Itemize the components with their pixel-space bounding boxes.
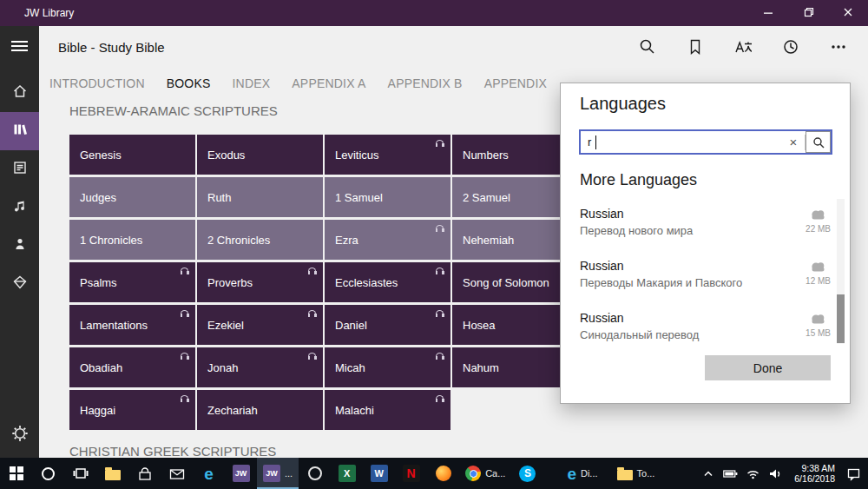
book-tile[interactable]: Micah	[325, 347, 450, 387]
settings-button[interactable]	[0, 416, 39, 454]
jw-library-icon: JW	[233, 465, 250, 482]
excel-button[interactable]: X	[331, 458, 363, 489]
book-tile[interactable]: 2 Chronicles	[197, 220, 323, 260]
language-icon[interactable]	[734, 38, 752, 56]
battery-icon[interactable]	[723, 466, 738, 481]
book-tile[interactable]: Lamentations	[69, 305, 195, 345]
hidden-icons-icon[interactable]	[700, 466, 715, 481]
tab-introduction[interactable]: INTRODUCTION	[49, 76, 145, 91]
page-title: Bible - Study Bible	[58, 40, 165, 55]
book-tile[interactable]: Jonah	[197, 347, 323, 387]
cortana-icon	[42, 467, 55, 480]
more-icon[interactable]	[830, 38, 847, 56]
sidebar-item-meetings[interactable]	[0, 227, 39, 265]
skype-button[interactable]: S	[511, 458, 543, 489]
sidebar-item-publications[interactable]	[0, 150, 39, 188]
book-name: Micah	[335, 361, 365, 374]
chrome-window-button[interactable]: Ca...	[459, 458, 511, 489]
book-tile[interactable]: Ezra	[325, 220, 450, 260]
edge-icon: e	[567, 466, 576, 482]
headphones-icon	[181, 395, 188, 401]
folder-window-button[interactable]: To...	[611, 458, 661, 489]
jw-library-button[interactable]: JW	[225, 458, 257, 489]
volume-icon[interactable]	[768, 466, 783, 481]
language-search-input[interactable]	[581, 135, 782, 149]
sidebar-item-media[interactable]	[0, 188, 39, 227]
book-name: Exodus	[207, 149, 245, 162]
edge-button[interactable]: e	[193, 458, 225, 489]
book-tile[interactable]: Haggai	[69, 390, 195, 430]
home-icon	[12, 83, 28, 102]
book-tile[interactable]: Judges	[69, 177, 195, 217]
book-name: Nehemiah	[463, 234, 514, 247]
book-name: Haggai	[80, 404, 115, 417]
download-button[interactable]: 12 MB	[806, 260, 831, 286]
book-tile[interactable]: Leviticus	[325, 135, 450, 175]
netflix-button[interactable]: N	[395, 458, 427, 489]
tab-appendix-a[interactable]: APPENDIX A	[292, 76, 365, 91]
meetings-icon	[12, 236, 28, 255]
language-list-item[interactable]: Russian Синодальный перевод 15 MB	[561, 303, 850, 355]
edge-window-button[interactable]: e Di...	[561, 458, 603, 489]
book-name: Nahum	[463, 361, 499, 374]
tab-appendix-b[interactable]: APPENDIX B	[388, 76, 463, 91]
book-tile[interactable]: Ruth	[197, 177, 323, 217]
download-button[interactable]: 15 MB	[806, 312, 831, 338]
sidebar-item-research[interactable]	[0, 265, 39, 303]
book-tile[interactable]: Ecclesiastes	[325, 262, 450, 302]
book-tile[interactable]: Genesis	[69, 135, 195, 175]
book-tile[interactable]: Zechariah	[197, 390, 323, 430]
book-name: 1 Chronicles	[80, 234, 142, 247]
file-explorer-button[interactable]	[96, 458, 128, 489]
clear-icon[interactable]: ×	[782, 131, 805, 153]
popup-scrollbar[interactable]	[837, 199, 845, 344]
book-tile[interactable]: Exodus	[197, 135, 323, 175]
taskbar-clock[interactable]: 9:38 AM 6/16/2018	[794, 463, 835, 484]
language-list-item[interactable]: Russian Перевод нового мира 22 MB	[561, 199, 850, 251]
book-tile[interactable]: 1 Chronicles	[69, 220, 195, 260]
search-icon[interactable]	[639, 38, 656, 56]
store-button[interactable]	[128, 458, 161, 489]
tab-appendix-c[interactable]: APPENDIX	[484, 76, 547, 91]
firefox-button[interactable]	[427, 458, 459, 489]
task-view-button[interactable]	[64, 458, 96, 489]
close-button[interactable]	[828, 0, 868, 26]
search-submit-button[interactable]	[806, 131, 831, 153]
sidebar-item-home[interactable]	[0, 74, 39, 112]
book-tile[interactable]: Proverbs	[197, 262, 323, 302]
sidebar-item-library[interactable]	[0, 112, 39, 150]
download-size: 15 MB	[806, 328, 831, 338]
headphones-icon	[436, 353, 444, 359]
media-icon	[12, 198, 28, 217]
book-tile[interactable]: Daniel	[325, 305, 450, 345]
language-list-item[interactable]: Russian Переводы Макария и Павского 12 M…	[561, 251, 850, 303]
download-button[interactable]: 22 MB	[806, 208, 831, 234]
minimize-button[interactable]	[748, 0, 788, 26]
tab-index[interactable]: INDEX	[233, 76, 271, 91]
language-edition: Синодальный перевод	[580, 328, 810, 341]
tab-books[interactable]: BOOKS	[167, 76, 211, 91]
book-tile[interactable]: Obadiah	[69, 347, 195, 387]
history-icon[interactable]	[782, 38, 799, 56]
jw-library-window-button[interactable]: JW ...	[257, 458, 299, 489]
cortana-button[interactable]	[32, 458, 64, 489]
book-name: Obadiah	[80, 361, 122, 374]
bookmark-icon[interactable]	[687, 38, 704, 56]
start-button[interactable]	[0, 458, 32, 489]
headphones-icon	[308, 268, 316, 274]
menu-button[interactable]	[0, 26, 39, 65]
scrollbar-thumb[interactable]	[837, 294, 845, 343]
restore-button[interactable]	[788, 0, 828, 26]
book-tile[interactable]: Malachi	[325, 390, 450, 430]
mail-button[interactable]	[161, 458, 193, 489]
book-tile[interactable]: Ezekiel	[197, 305, 323, 345]
word-button[interactable]: W	[363, 458, 395, 489]
book-tile[interactable]: Psalms	[69, 262, 195, 302]
book-name: 2 Chronicles	[207, 234, 270, 247]
circle-app-button[interactable]	[299, 458, 331, 489]
close-icon	[843, 5, 853, 21]
book-tile[interactable]: 1 Samuel	[325, 177, 450, 217]
action-center-icon[interactable]	[846, 466, 861, 481]
network-icon[interactable]	[746, 466, 760, 481]
done-button[interactable]: Done	[705, 355, 831, 380]
